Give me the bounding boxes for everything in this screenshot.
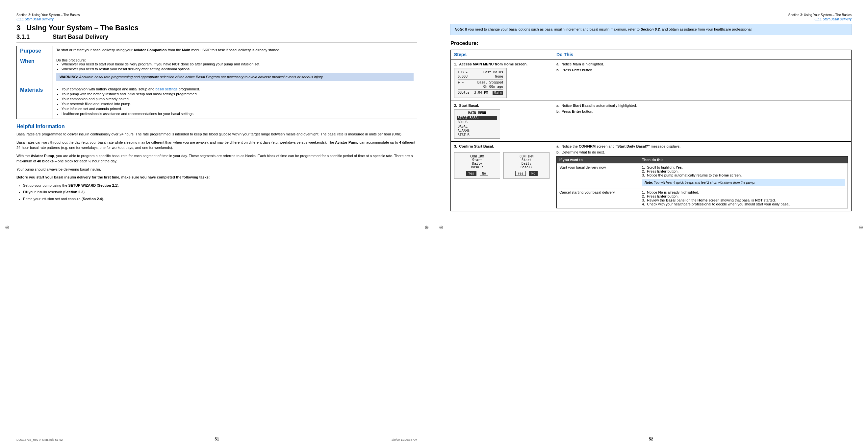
no-btn-unselected: No [480,171,488,176]
menu-alarms: ALARMS [457,129,497,133]
step-3-dothis: a. Notice the CONFIRM screen and "Start … [553,141,851,211]
compass-icon-right-page-left: ⊕ [439,224,443,231]
yes-btn-unselected: Yes [515,171,526,176]
step-3-row: 3. Confirm Start Basal. CONFIRM Start Da… [451,141,851,211]
material-2: Your pump with the battery installed and… [62,92,413,96]
chapter-title: 3 Using Your System – The Basics [17,24,417,32]
subtable: If you want to Then do this Start your b… [556,156,848,208]
confirm-title-2: CONFIRM [507,154,546,158]
steps-col-header: Steps [451,49,553,59]
basal-settings-link[interactable]: basal settings [155,87,177,91]
menu-bolus: BOLUS [457,120,497,124]
step-2-b: b. Press Enter button. [556,109,848,113]
step-2-num: 2. [454,104,457,107]
procedure-table: Steps Do This 1. Access MAIN MENU from H… [451,49,851,211]
subtable-steps-2: 1. Notice No is already highlighted. 2. … [639,188,848,208]
substep-1-3: 3. Notice the pump automatically returns… [642,173,845,177]
confirm-line2-1: Daily [458,162,497,165]
helpful-p3: With the Aviator Pump, you are able to p… [17,153,417,164]
step-1-action: Access MAIN MENU from Home screen. [459,62,527,66]
info-table: Purpose To start or restart your basal d… [17,46,417,119]
substep-2-1: 1. Notice No is already highlighted. [642,190,845,194]
step-2-steps: 2. Start Basal. MAIN MENU START BASAL BO… [451,101,553,141]
step-3-steps: 3. Confirm Start Basal. CONFIRM Start Da… [451,141,553,211]
no-btn-selected: No [529,171,538,176]
substep-1-2: 2. Press Enter button. [642,169,845,173]
step-1-a: a. Notice Main is highlighted. [556,62,848,66]
section-header-left: Section 3: Using Your System – The Basic… [17,13,417,17]
section-number: 3.1.1 [17,34,30,40]
task-3: Prime your infusion set and cannula (Sec… [23,196,417,202]
compass-icon-right: ⊕ [425,224,429,231]
chapter-num: 3 [17,24,21,32]
menu-basal: BASAL [457,124,497,129]
warning-box: WARNING: Accurate basal rate programming… [56,73,413,81]
when-intro: Do this procedure: [56,58,86,62]
confirm-title-1: CONFIRM [458,154,497,158]
section-header-right: Section 3: Using Your System – The Basic… [451,13,851,17]
compass-icon-left: ⊕ [5,224,9,231]
subtable-want-2: Cancel starting your basal delivery [557,188,639,208]
step-1-steps: 1. Access MAIN MENU from Home screen. IO… [451,59,553,101]
step-1-row: 1. Access MAIN MENU from Home screen. IO… [451,59,851,101]
left-page: ⊕ ⊕ Section 3: Using Your System – The B… [0,0,434,448]
menu-status: STATUS [457,133,497,137]
note-inner-1: Note: You will hear 4 quick beeps and fe… [642,179,845,186]
task-2: Fill your insulin reservoir (Section 2.3… [23,189,417,195]
when-item-1: Whenever you need to start your basal de… [62,62,413,66]
step-1-num: 1. [454,62,457,66]
dothis-label: Do This [556,52,573,57]
purpose-row: Purpose To start or restart your basal d… [17,46,417,56]
confirm-line2-2: Daily [507,162,546,165]
material-1: Your companion with battery charged and … [62,87,413,91]
step-2-row: 2. Start Basal. MAIN MENU START BASAL BO… [451,101,851,141]
substep-1-1: 1. Scroll to highlight Yes. [642,165,845,169]
material-6: Healthcare professional's assistance and… [62,112,413,116]
helpful-p2: Basal rates can vary throughout the day … [17,140,417,150]
step-3-b: b. Determine what to do next. [556,150,848,154]
section-subtitle: Start Basal Delivery [53,34,108,40]
note-box: Note: If you need to change your basal o… [451,24,851,35]
footer-date: 2/9/09 11:29:38 AM [392,438,417,441]
step-2-action: Start Basal. [459,104,479,107]
menu-start-basal: START BASAL [457,116,497,120]
before-tasks: Before you start your basal insulin deli… [17,175,417,180]
subtable-header-1: If you want to [557,156,639,163]
substep-2-3: 3. Review the Basal panel on the Home sc… [642,198,845,202]
helpful-info-title: Helpful Information [17,124,417,130]
step-3-num: 3. [454,144,457,148]
right-page: ⊕ ⊕ Section 3: Using Your System – The B… [434,0,868,448]
footer-doc: DOC15736_Rev-A-Man.indd 51-52 [17,438,63,441]
home-screen: IOB ≥Last Bolus 0.00UNone ⊕ ←Basal Stopp… [454,68,507,98]
confirm-line3-1: Basal? [458,165,497,169]
material-4: Your reservoir filled and inserted into … [62,102,413,106]
substep-2-2: 2. Press Enter button. [642,194,845,198]
step-3-action: Confirm Start Basal. [459,144,494,148]
subtable-steps-1: 1. Scroll to highlight Yes. 2. Press Ent… [639,163,848,188]
substep-2-4: 4. Check with your healthcare profession… [642,202,845,206]
section-italic-right: 3.1.1 Start Basal Delivery [451,18,851,21]
procedure-header-row: Steps Do This [451,49,851,59]
main-menu-screen: MAIN MENU START BASAL BOLUS BASAL ALARMS… [454,109,500,139]
page-number-left: 51 [215,437,219,441]
when-row: When Do this procedure: Whenever you nee… [17,56,417,85]
step-2-dothis: a. Notice Start Basal is automatically h… [553,101,851,141]
helpful-info-content: Basal rates are programmed to deliver in… [17,132,417,202]
subtable-row-2: Cancel starting your basal delivery 1. N… [557,188,848,208]
task-1: Set up your pump using the SETUP WIZARD … [23,183,417,188]
step-2-a: a. Notice Start Basal is automatically h… [556,104,848,107]
section-title: 3.1.1 Start Basal Delivery [17,34,417,42]
confirm-line1-2: Start [507,158,546,162]
when-content: Do this procedure: Whenever you need to … [53,56,417,85]
step-1-dothis: a. Notice Main is highlighted. b. Press … [553,59,851,101]
procedure-title: Procedure: [451,40,851,46]
subtable-row-1: Start your basal delivery now 1. Scroll … [557,163,848,188]
material-5: Your infusion set and cannula primed. [62,107,413,111]
chapter-title-text: Using Your System – The Basics [27,24,138,32]
steps-label: Steps [454,52,467,57]
when-label: When [17,56,53,85]
subtable-header-row: If you want to Then do this [557,156,848,163]
section-italic-left: 3.1.1 Start Basal Delivery [17,18,417,21]
materials-label: Materials [17,85,53,119]
menu-title: MAIN MENU [457,111,497,115]
